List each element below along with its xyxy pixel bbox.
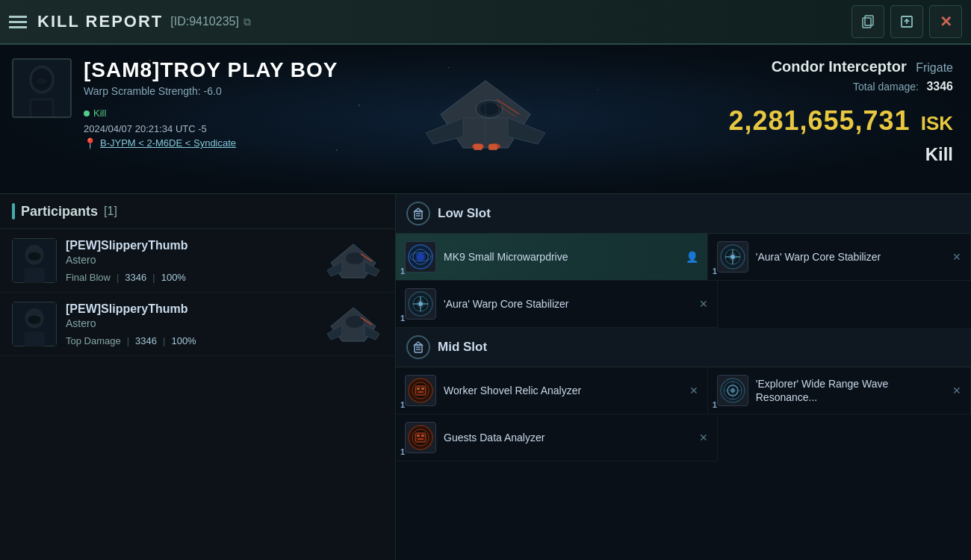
- header: KILL REPORT [ID:9410235] ⧉ ✕: [0, 0, 971, 45]
- svg-rect-80: [417, 435, 420, 437]
- location-link[interactable]: B-JYPM < 2-M6DE < Syndicate: [100, 137, 236, 149]
- low-slot-row-1: 1 MK9 Small Microwarpdrive 👤 1: [396, 234, 971, 281]
- participants-panel: Participants [1] [PEW]SlipperyThumb Aste…: [0, 194, 396, 560]
- participant-name: [PEW]SlipperyThumb: [66, 302, 314, 316]
- main-body: Participants [1] [PEW]SlipperyThumb Aste…: [0, 194, 971, 560]
- svg-rect-42: [415, 211, 422, 219]
- participants-bar-accent: [12, 203, 15, 220]
- slot-item-mk9[interactable]: 1 MK9 Small Microwarpdrive 👤: [396, 234, 708, 281]
- stat-percent: 100%: [161, 272, 186, 283]
- header-actions: ✕: [851, 5, 962, 38]
- hero-left-panel: [SAM8]TROY PLAY BOY Warp Scramble Streng…: [0, 45, 350, 193]
- low-slot-header: Low Slot: [396, 194, 971, 234]
- svg-rect-22: [474, 144, 483, 150]
- close-icon[interactable]: ✕: [689, 385, 698, 396]
- ship-image: [381, 58, 590, 181]
- slot-item-aura-left[interactable]: 1 'Aura' Warp Core Stabilizer ✕: [396, 281, 718, 328]
- participant-name: [PEW]SlipperyThumb: [66, 239, 314, 252]
- close-icon[interactable]: ✕: [699, 298, 708, 310]
- copy-report-button[interactable]: [851, 5, 884, 38]
- slot-item-aura-right-name: 'Aura' Warp Core Stabilizer: [756, 250, 945, 264]
- participant-card[interactable]: [PEW]SlipperyThumb Astero Final Blow | 3…: [0, 229, 395, 293]
- participant-info: [PEW]SlipperyThumb Astero Final Blow | 3…: [66, 239, 314, 283]
- svg-point-7: [36, 78, 47, 85]
- stat-damage: 3346: [125, 272, 146, 283]
- mid-slot-row-2: 1 Guests Data Analyzer ✕: [396, 414, 971, 461]
- export-button[interactable]: [890, 5, 923, 38]
- stat-divider: |: [163, 335, 165, 346]
- slot-item-qty: 1: [400, 314, 405, 323]
- slot-item-qty: 1: [400, 267, 405, 276]
- close-icon[interactable]: ✕: [699, 432, 708, 444]
- svg-rect-69: [421, 388, 424, 390]
- stat-divider: |: [127, 335, 129, 346]
- svg-rect-70: [418, 391, 424, 393]
- slot-item-qty: 1: [713, 267, 717, 276]
- svg-rect-27: [24, 268, 44, 283]
- close-icon[interactable]: ✕: [952, 385, 961, 396]
- close-icon[interactable]: ✕: [952, 251, 961, 263]
- ship-type: Condor Interceptor: [772, 58, 907, 75]
- hero-info: [SAM8]TROY PLAY BOY Warp Scramble Streng…: [84, 58, 338, 149]
- mid-slot-icon: [406, 335, 430, 359]
- menu-icon[interactable]: [9, 16, 27, 28]
- low-slot-icon: [406, 202, 430, 225]
- svg-point-26: [28, 252, 40, 261]
- svg-rect-1: [865, 16, 873, 25]
- slot-item-qty: 1: [400, 400, 405, 409]
- svg-point-15: [480, 103, 498, 115]
- svg-rect-82: [418, 438, 424, 440]
- svg-rect-0: [863, 18, 871, 28]
- stat-label: Final Blow: [66, 272, 111, 283]
- svg-rect-67: [415, 386, 426, 395]
- svg-point-49: [415, 252, 426, 262]
- header-title: KILL REPORT: [37, 12, 163, 31]
- hero-section: [SAM8]TROY PLAY BOY Warp Scramble Streng…: [0, 45, 971, 194]
- slot-item-explorer-icon: [717, 375, 748, 406]
- participant-corp: Astero: [66, 317, 314, 329]
- slot-item-worker-shovel-name: Worker Shovel Relic Analyzer: [444, 384, 682, 397]
- slot-item-qty: 1: [713, 400, 717, 409]
- close-button[interactable]: ✕: [929, 5, 962, 38]
- slot-item-aura-right[interactable]: 1 'Aura' Warp Core Stabilizer ✕: [708, 234, 971, 281]
- slot-empty-right-2: [718, 414, 971, 461]
- svg-rect-68: [417, 388, 420, 390]
- participant-avatar: [12, 238, 57, 283]
- pilot-name: [SAM8]TROY PLAY BOY: [84, 58, 338, 82]
- low-slot-row-2: 1 'Aura' Warp Core Stabilizer ✕: [396, 281, 971, 328]
- mid-slot-header: Mid Slot: [396, 328, 971, 367]
- isk-label: ISK: [921, 112, 953, 135]
- slot-item-worker-shovel[interactable]: 1 Worker Shovel Relic Analyzer ✕: [396, 367, 708, 414]
- slot-item-mk9-icon: [405, 241, 436, 273]
- slot-item-guests-data[interactable]: 1 Guests Data Analyzer ✕: [396, 414, 718, 461]
- copy-id-icon[interactable]: ⧉: [243, 16, 251, 28]
- kill-location: 📍 B-JYPM < 2-M6DE < Syndicate: [84, 137, 338, 149]
- pilot-avatar: [12, 58, 72, 118]
- participant-stats: Top Damage | 3346 | 100%: [66, 335, 314, 346]
- kill-badge: Kill: [84, 108, 106, 119]
- svg-rect-36: [24, 332, 44, 346]
- ship-class: Frigate: [916, 61, 953, 74]
- kill-date: 2024/04/07 20:21:34 UTC -5: [84, 123, 338, 134]
- mid-slot-row-1: 1 Worker Shovel Relic Analyzer ✕: [396, 367, 971, 414]
- stat-label: Top Damage: [66, 335, 121, 346]
- participant-ship-icon: [323, 240, 383, 281]
- svg-rect-81: [421, 435, 424, 437]
- participants-header: Participants [1]: [0, 194, 395, 229]
- participant-corp: Astero: [66, 254, 314, 266]
- stat-divider: |: [117, 272, 119, 283]
- slot-item-worker-shovel-icon: [405, 375, 436, 406]
- slot-item-aura-right-icon: [717, 241, 748, 273]
- location-icon: 📍: [84, 137, 96, 149]
- slot-item-explorer[interactable]: 1 'Explorer' Wide Range Wave Resonance..…: [708, 367, 971, 414]
- stat-percent: 100%: [171, 335, 196, 346]
- participant-card[interactable]: [PEW]SlipperyThumb Astero Top Damage | 3…: [0, 293, 395, 356]
- participant-stats: Final Blow | 3346 | 100%: [66, 272, 314, 283]
- warp-scramble: Warp Scramble Strength: -6.0: [84, 85, 338, 97]
- slot-item-explorer-name: 'Explorer' Wide Range Wave Resonance...: [756, 377, 945, 404]
- slots-panel: Low Slot 1 MK9 Small Microwarpdrive: [396, 194, 971, 560]
- slot-item-guests-data-name: Guests Data Analyzer: [444, 431, 692, 444]
- slot-item-mk9-name: MK9 Small Microwarpdrive: [444, 250, 678, 264]
- participant-avatar: [12, 302, 57, 346]
- kill-result: Kill: [728, 144, 953, 165]
